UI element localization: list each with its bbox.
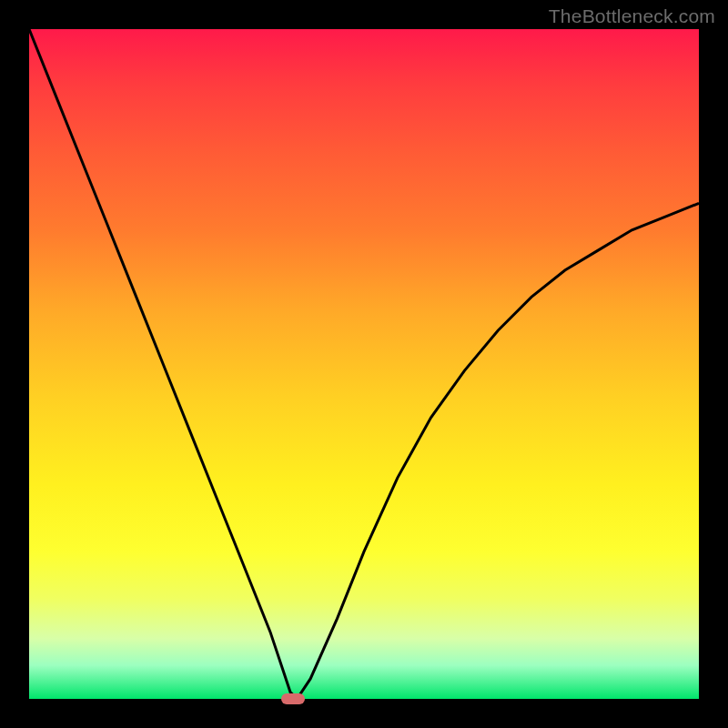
optimum-marker	[281, 693, 305, 704]
watermark-text: TheBottleneck.com	[549, 5, 715, 27]
curve-line	[29, 29, 699, 699]
plot-svg	[29, 29, 699, 699]
chart-frame: TheBottleneck.com	[0, 0, 728, 728]
